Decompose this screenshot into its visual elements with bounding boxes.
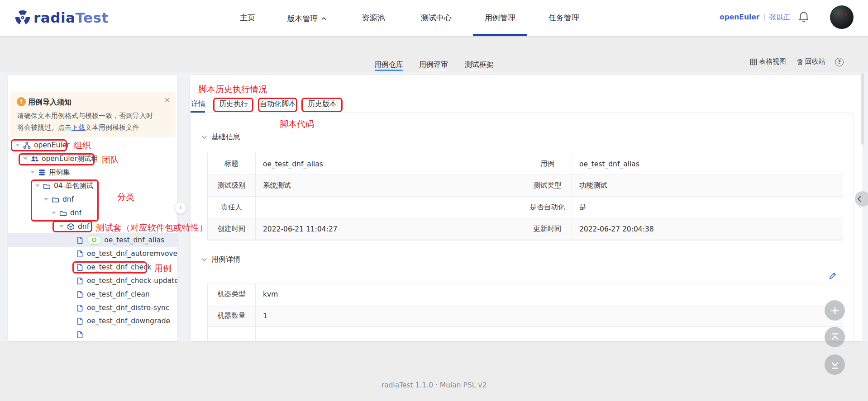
nav-active-underline [473, 34, 527, 36]
tree-item-case[interactable]: oe_test_dnf_clean [8, 288, 177, 301]
field-label: 责任人 [208, 197, 256, 218]
tree-item-case[interactable]: oe_test_dnf_check [8, 260, 177, 274]
user-avatar[interactable] [830, 5, 854, 29]
subtab-active-underline [375, 70, 403, 71]
folder-icon [43, 182, 51, 190]
field-value: oe_test_dnf_alias [256, 153, 523, 175]
tab-case-review[interactable]: 用例评审 [419, 60, 448, 70]
caret-down-icon[interactable] [44, 198, 48, 201]
help-icon[interactable]: ? [835, 58, 844, 66]
trash-icon [796, 58, 803, 66]
field-value: 是 [572, 197, 843, 218]
tab-test-framework[interactable]: 测试框架 [465, 60, 494, 70]
caret-down-icon[interactable] [15, 144, 20, 146]
tree-item-case[interactable]: oe_test_dnf_distro-sync [8, 301, 177, 315]
tree-label: oe_test_dnf_check [87, 263, 152, 271]
tab-history-exec[interactable]: 历史执行 [219, 99, 248, 109]
subtab-underline [420, 70, 447, 71]
download-template-link[interactable]: 下载 [72, 123, 85, 132]
field-value: oe_test_dnf_alias [572, 153, 843, 175]
field-value: 2022-06-21 11:04:27 [256, 218, 523, 240]
tree-item-case[interactable]: oe_test_dnf_autoremvove [8, 247, 177, 260]
tab-case-repo[interactable]: 用例仓库 [374, 60, 403, 70]
tree-item-case-partial[interactable] [8, 328, 177, 338]
nav-resource-pool[interactable]: 资源池 [362, 0, 385, 36]
section-basic-info[interactable]: 基础信息 [201, 132, 240, 142]
add-button[interactable] [825, 300, 845, 321]
tree-item-folder-dnf[interactable]: dnf [8, 193, 177, 206]
nav-test-center[interactable]: 测试中心 [421, 0, 452, 36]
tree-item-org[interactable]: openEuler [8, 138, 177, 152]
caret-down-icon[interactable] [59, 225, 64, 228]
field-label: 机器类型 [208, 283, 256, 305]
caret-down-icon[interactable] [30, 171, 35, 174]
org-user-divider: | [763, 13, 765, 21]
radiatest-app: radiaTest 主页 版本管理 资源池 测试中心 用例管理 任务管理 ope… [0, 0, 868, 401]
tree-label: oe_test_dnf_clean [87, 290, 150, 298]
caret-down-icon[interactable] [52, 212, 56, 214]
nav-task-mgmt[interactable]: 任务管理 [548, 0, 579, 36]
doc-icon [76, 304, 84, 312]
field-label: 测试类型 [523, 175, 572, 197]
org-user: openEuler|张以正 [720, 13, 790, 22]
right-drawer-handle[interactable] [855, 191, 868, 207]
basic-info-table: 标题 oe_test_dnf_alias 用例 oe_test_dnf_alia… [207, 153, 843, 241]
tree-item-caseset[interactable]: 用例集 [8, 165, 177, 179]
nav-version-mgmt[interactable]: 版本管理 [287, 0, 327, 36]
footer-text: radiaTest 1.1.0 · Mulan PSL v2 [0, 381, 868, 389]
tree-item-case[interactable]: oe_test_dnf_check-update [8, 274, 177, 288]
notification-bell-icon[interactable] [797, 10, 810, 25]
auto-badge: O [87, 236, 101, 245]
tree-label: oe_test_dnf_downgrade [87, 317, 170, 325]
nav-case-mgmt[interactable]: 用例管理 [485, 0, 515, 36]
scroll-to-bottom-button[interactable] [825, 354, 845, 375]
tree-item-case[interactable]: oe_test_dnf_downgrade [8, 314, 177, 328]
suite-icon [67, 223, 75, 231]
folder-icon [59, 209, 67, 217]
recycle-bin-button[interactable]: 回收站 [796, 57, 825, 66]
current-user[interactable]: 张以正 [769, 13, 791, 21]
current-org[interactable]: openEuler [720, 13, 759, 21]
sidebar-collapse-button[interactable]: ‹ [175, 202, 186, 214]
scroll-to-top-button[interactable] [825, 327, 845, 347]
team-icon [31, 155, 38, 163]
tree-item-suite-dnf[interactable]: dnf [8, 220, 177, 233]
section-case-detail[interactable]: 用例详情 [201, 255, 240, 264]
tab-history-version[interactable]: 历史版本 [308, 99, 337, 109]
doc-icon [76, 291, 84, 298]
tab-auto-script[interactable]: 自动化脚本 [260, 99, 296, 109]
tree-item-case-selected[interactable]: O oe_test_dnf_alias [8, 233, 177, 247]
subtab-underline [465, 70, 493, 71]
edit-pencil-icon[interactable] [829, 272, 838, 281]
chevron-down-icon [201, 135, 207, 139]
plus-icon [830, 306, 840, 316]
tree-label: 04-单包测试 [54, 181, 93, 191]
sub-header: 用例仓库 用例评审 测试框架 表格视图 回收站 ? [0, 36, 868, 72]
tab-divider [190, 113, 854, 113]
caret-down-icon[interactable] [23, 157, 28, 160]
import-notice: ! 用例导入须知 × 请确保文本用例格式与模板一致，否则导入时 将会被跳过。点击… [10, 92, 176, 137]
tree-item-category[interactable]: 04-单包测试 [8, 179, 177, 193]
table-view-button[interactable]: 表格视图 [750, 57, 786, 66]
field-label: 是否自动化 [523, 197, 572, 218]
field-value: 1 [256, 305, 843, 327]
caseset-icon [38, 169, 46, 176]
tab-detail[interactable]: 详情 [191, 99, 205, 109]
case-tree: openEuler openEuler测试组 [8, 138, 177, 338]
chevron-down-icon [201, 258, 207, 262]
tree-label: oe_test_dnf_distro-sync [87, 304, 169, 312]
main-scrollbar[interactable] [861, 73, 864, 145]
caret-down-icon[interactable] [35, 184, 40, 187]
detail-content-panel: 基础信息 标题 oe_test_dnf_alias 用例 oe_test_dnf… [190, 114, 854, 341]
close-icon[interactable]: × [164, 96, 171, 104]
tree-item-team[interactable]: openEuler测试组 [8, 152, 177, 165]
app-header: radiaTest 主页 版本管理 资源池 测试中心 用例管理 任务管理 ope… [0, 0, 868, 36]
tree-label: oe_test_dnf_alias [104, 236, 164, 244]
doc-icon [76, 264, 84, 271]
field-label: 机器数量 [208, 305, 256, 327]
logo[interactable]: radiaTest [14, 9, 109, 27]
nav-home[interactable]: 主页 [240, 0, 255, 36]
tree-item-folder-dnf-2[interactable]: dnf [8, 206, 177, 220]
field-value [256, 327, 843, 341]
field-label: 创建时间 [208, 218, 256, 240]
